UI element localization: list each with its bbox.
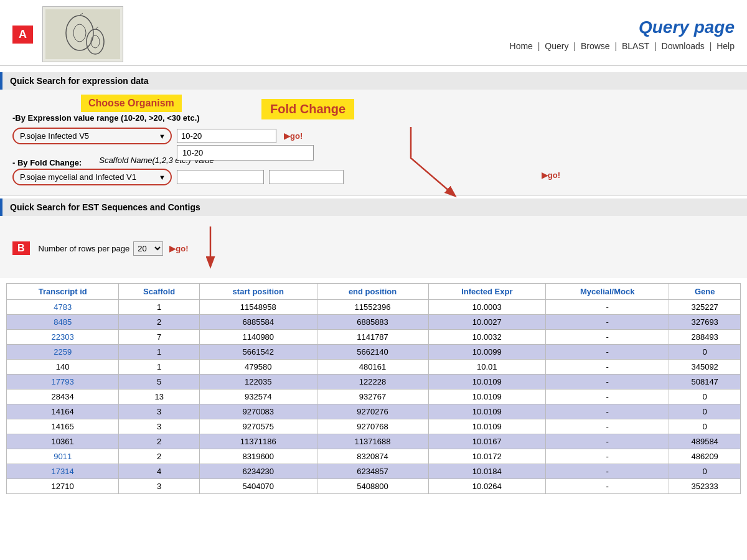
est-section-bar: Quick Search for EST Sequences and Conti… <box>0 198 747 216</box>
cell-mycelial: - <box>546 315 669 330</box>
cell-mycelial: - <box>546 479 669 494</box>
cell-scaffold: 1 <box>119 345 200 360</box>
table-row: 17793 5 122035 122228 10.0109 - 508147 <box>7 375 741 390</box>
cell-mycelial: - <box>546 434 669 449</box>
cell-transcript[interactable]: 9011 <box>7 449 119 464</box>
cell-end: 9270276 <box>317 404 428 419</box>
fold-change-input-row: P.sojae mycelial and Infected V1 P.sojae… <box>12 169 735 185</box>
cell-start: 1140980 <box>200 330 317 345</box>
cell-gene: 0 <box>669 464 741 479</box>
nav-home[interactable]: Home <box>510 41 533 51</box>
nav-blast[interactable]: BLAST <box>622 41 649 51</box>
est-go-button[interactable]: ▶go! <box>169 244 188 253</box>
cell-gene: 0 <box>669 419 741 434</box>
organism-select[interactable]: P.sojae Infected V5 P.sojae mycelial and… <box>17 130 167 142</box>
table-row: 28434 13 932574 932767 10.0109 - 0 <box>7 390 741 404</box>
expr-section-title: Quick Search for expression data <box>10 76 149 86</box>
nav-query[interactable]: Query <box>545 41 568 51</box>
expr-go-button[interactable]: ▶go! <box>284 131 303 141</box>
col-header-transcript: Transcript id <box>7 284 119 300</box>
cell-scaffold: 4 <box>119 464 200 479</box>
cell-scaffold: 2 <box>119 449 200 464</box>
cell-gene: 327693 <box>669 315 741 330</box>
cell-start: 8319600 <box>200 449 317 464</box>
table-header-row: Transcript id Scaffold start position en… <box>7 284 741 300</box>
cell-mycelial: - <box>546 345 669 360</box>
cell-end: 5662140 <box>317 345 428 360</box>
cell-transcript[interactable]: 17793 <box>7 375 119 390</box>
page-header: A Query page Home | Query | Browse | BLA <box>0 0 747 66</box>
cell-end: 932767 <box>317 390 428 404</box>
nav-browse[interactable]: Browse <box>581 41 610 51</box>
cell-scaffold: 7 <box>119 330 200 345</box>
fold-change-row: - By Fold Change: Scaffold Name(1,2,3 et… <box>12 153 735 167</box>
cell-infected: 10.0109 <box>428 375 546 390</box>
cell-gene: 486209 <box>669 449 741 464</box>
table-row: 140 1 479580 480161 10.01 - 345092 <box>7 360 741 375</box>
autocomplete-item-0[interactable]: 10-20 <box>177 146 313 160</box>
fold-change-label: - By Fold Change: <box>12 158 82 167</box>
table-body: 4783 1 11548958 11552396 10.0003 - 32522… <box>7 300 741 494</box>
cell-gene: 0 <box>669 390 741 404</box>
cell-transcript[interactable]: 4783 <box>7 300 119 315</box>
cell-transcript[interactable]: 22303 <box>7 330 119 345</box>
cell-infected: 10.0264 <box>428 479 546 494</box>
cell-start: 11371186 <box>200 434 317 449</box>
table-header: Transcript id Scaffold start position en… <box>7 284 741 300</box>
cell-scaffold: 1 <box>119 360 200 375</box>
cell-transcript: 28434 <box>7 390 119 404</box>
cell-mycelial: - <box>546 449 669 464</box>
est-search-area: B Number of rows per page 10 20 50 100 ▶… <box>0 216 747 278</box>
table-row: 10361 2 11371186 11371688 10.0167 - 4895… <box>7 434 741 449</box>
cell-mycelial: - <box>546 464 669 479</box>
fold-go-button[interactable]: ▶go! <box>542 170 560 180</box>
cell-infected: 10.0167 <box>428 434 546 449</box>
cell-infected: 10.0027 <box>428 315 546 330</box>
header-left: A <box>12 6 123 62</box>
cell-start: 122035 <box>200 375 317 390</box>
cell-end: 11371688 <box>317 434 428 449</box>
nav-downloads[interactable]: Downloads <box>662 41 705 51</box>
cell-mycelial: - <box>546 330 669 345</box>
results-table-wrap: Transcript id Scaffold start position en… <box>6 283 741 494</box>
nav-help[interactable]: Help <box>716 41 735 51</box>
cell-infected: 10.0184 <box>428 464 546 479</box>
cell-infected: 10.0172 <box>428 449 546 464</box>
fold-input[interactable] <box>177 129 276 143</box>
cell-infected: 10.0032 <box>428 330 546 345</box>
cell-end: 9270768 <box>317 419 428 434</box>
expr-range-label: -By Expression value range (10-20, >20, … <box>12 113 735 123</box>
cell-end: 1141787 <box>317 330 428 345</box>
scaffold-input[interactable] <box>177 170 264 184</box>
cell-mycelial: - <box>546 404 669 419</box>
cell-infected: 10.0109 <box>428 419 546 434</box>
rows-per-page-select[interactable]: 10 20 50 100 <box>133 241 163 256</box>
cell-gene: 288493 <box>669 330 741 345</box>
table-row: 12710 3 5404070 5408800 10.0264 - 352333 <box>7 479 741 494</box>
cell-scaffold: 2 <box>119 315 200 330</box>
cell-scaffold: 5 <box>119 375 200 390</box>
cell-scaffold: 1 <box>119 300 200 315</box>
cell-end: 480161 <box>317 360 428 375</box>
value-input[interactable] <box>269 170 344 184</box>
cell-transcript[interactable]: 8485 <box>7 315 119 330</box>
cell-transcript[interactable]: 2259 <box>7 345 119 360</box>
cell-end: 122228 <box>317 375 428 390</box>
cell-transcript: 14165 <box>7 419 119 434</box>
table-row: 14165 3 9270575 9270768 10.0109 - 0 <box>7 419 741 434</box>
tooltip-choose-organism: Choose Organism <box>81 95 182 112</box>
organism-image <box>42 6 123 62</box>
cell-start: 5661542 <box>200 345 317 360</box>
cell-end: 6885883 <box>317 315 428 330</box>
cell-infected: 10.0099 <box>428 345 546 360</box>
cell-mycelial: - <box>546 300 669 315</box>
est-section-title: Quick Search for EST Sequences and Conti… <box>10 202 200 212</box>
cell-start: 932574 <box>200 390 317 404</box>
fold-organism-select[interactable]: P.sojae mycelial and Infected V1 P.sojae… <box>17 171 167 183</box>
cell-transcript[interactable]: 17314 <box>7 464 119 479</box>
cell-transcript: 10361 <box>7 434 119 449</box>
cell-end: 6234857 <box>317 464 428 479</box>
cell-gene: 508147 <box>669 375 741 390</box>
cell-mycelial: - <box>546 360 669 375</box>
tooltip-fold-change: Fold Change <box>261 99 354 119</box>
